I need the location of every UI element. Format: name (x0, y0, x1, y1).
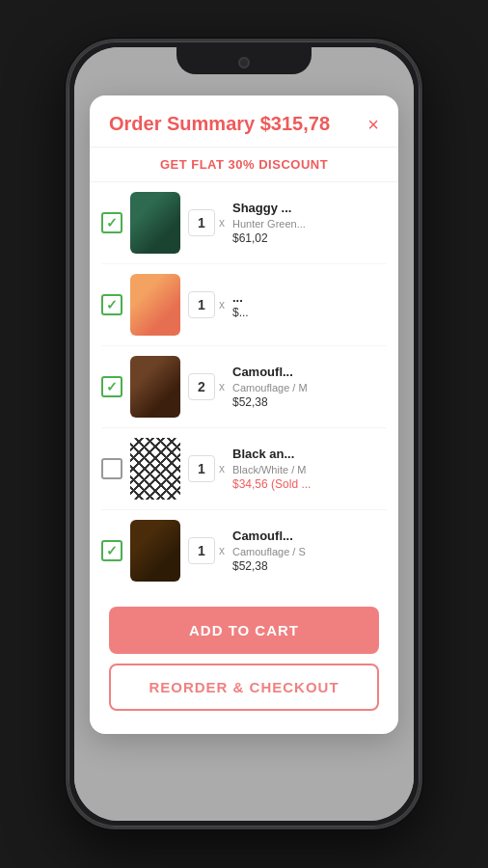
modal-title: Order Summary $315,78 (109, 113, 330, 135)
item-thumbnail-1 (130, 192, 180, 254)
qty-control-5: 1 x (188, 537, 225, 564)
item-name-3: Camoufl... (232, 365, 387, 381)
item-name-1: Shaggy ... (232, 201, 387, 217)
item-checkbox-4[interactable] (101, 458, 122, 479)
item-variant-1: Hunter Green... (232, 217, 387, 231)
list-item: 1 x ... $... (101, 264, 387, 346)
item-info-5: Camoufl... Camouflage / S $52,38 (232, 529, 387, 573)
item-checkbox-1[interactable] (101, 212, 122, 233)
item-info-1: Shaggy ... Hunter Green... $61,02 (232, 201, 387, 245)
list-item: 1 x Black an... Black/White / M $34,56 (… (101, 428, 387, 510)
item-price-1: $61,02 (232, 231, 387, 245)
modal-actions: ADD TO CART REORDER & CHECKOUT (90, 591, 398, 711)
list-item: 2 x Camoufl... Camouflage / M $52,38 (101, 346, 387, 428)
qty-x-5: x (219, 544, 225, 557)
item-price-2: $... (232, 306, 387, 319)
qty-value-3[interactable]: 2 (188, 373, 215, 400)
discount-banner: GET FLAT 30% DISCOUNT (90, 148, 398, 182)
qty-value-2[interactable]: 1 (188, 291, 215, 318)
item-variant-4: Black/White / M (232, 463, 387, 477)
qty-x-4: x (219, 462, 225, 475)
mute-button (66, 167, 68, 202)
qty-x-1: x (219, 216, 225, 230)
item-thumbnail-5 (130, 520, 180, 582)
qty-control-1: 1 x (188, 209, 225, 236)
items-list: 1 x Shaggy ... Hunter Green... $61,02 1 (90, 182, 398, 591)
notch (176, 47, 312, 74)
item-name-4: Black an... (232, 447, 387, 463)
camera (238, 57, 250, 68)
qty-x-3: x (219, 380, 225, 393)
item-price-4: $34,56 (Sold ... (232, 477, 387, 491)
item-variant-5: Camouflage / S (232, 545, 387, 559)
item-thumbnail-2 (130, 274, 180, 336)
volume-down-button (66, 281, 68, 334)
qty-control-2: 1 x (188, 291, 225, 318)
qty-control-3: 2 x (188, 373, 225, 400)
item-price-3: $52,38 (232, 395, 387, 409)
qty-x-2: x (219, 298, 225, 312)
order-summary-modal: Order Summary $315,78 × GET FLAT 30% DIS… (90, 95, 398, 734)
add-to-cart-button[interactable]: ADD TO CART (109, 607, 379, 654)
item-variant-3: Camouflage / M (232, 381, 387, 395)
list-item: 1 x Shaggy ... Hunter Green... $61,02 (101, 182, 387, 264)
phone-frame: Payment Status Pending Fulfillment Statu… (66, 39, 422, 829)
item-checkbox-3[interactable] (101, 376, 122, 397)
modal-header: Order Summary $315,78 × (90, 95, 398, 148)
item-name-2: ... (232, 290, 387, 307)
qty-value-1[interactable]: 1 (188, 209, 215, 236)
item-price-5: $52,38 (232, 559, 387, 573)
power-button (420, 196, 422, 254)
item-thumbnail-4 (130, 438, 180, 500)
item-thumbnail-3 (130, 356, 180, 418)
qty-value-5[interactable]: 1 (188, 537, 215, 564)
item-checkbox-2[interactable] (101, 294, 122, 315)
phone-screen: Payment Status Pending Fulfillment Statu… (74, 47, 414, 821)
item-info-2: ... $... (232, 290, 387, 320)
reorder-checkout-button[interactable]: REORDER & CHECKOUT (109, 664, 379, 711)
item-info-3: Camoufl... Camouflage / M $52,38 (232, 365, 387, 409)
list-item: 1 x Camoufl... Camouflage / S $52,38 (101, 510, 387, 591)
qty-control-4: 1 x (188, 455, 225, 482)
item-checkbox-5[interactable] (101, 540, 122, 561)
item-info-4: Black an... Black/White / M $34,56 (Sold… (232, 447, 387, 491)
close-button[interactable]: × (367, 115, 379, 134)
item-name-5: Camoufl... (232, 529, 387, 545)
qty-value-4[interactable]: 1 (188, 455, 215, 482)
volume-up-button (66, 215, 68, 268)
